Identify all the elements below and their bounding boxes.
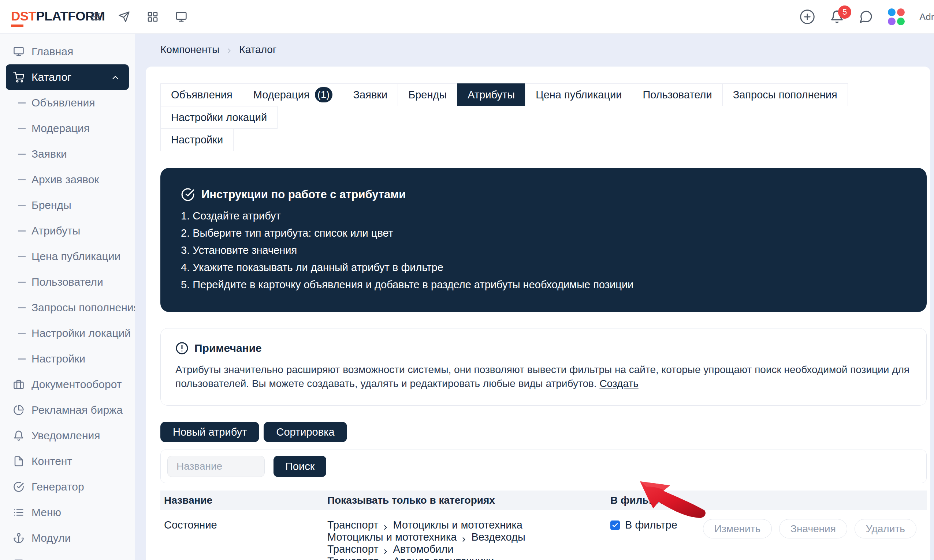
sidebar-item-label: Модули [31,532,71,544]
add-plus-icon[interactable] [799,9,815,25]
dash-icon [18,128,26,129]
check-circle-icon [13,482,24,492]
note-title-row: Примечание [175,342,912,355]
monitor-icon[interactable] [175,11,187,23]
instructions-title-row: Инструкции по работе с атрибутами [181,188,906,202]
tab-label: Цена публикации [536,89,622,101]
tab-label: Атрибуты [468,89,515,101]
sidebar-item-reklamnaya-birzha[interactable]: Рекламная биржа [0,397,135,423]
search-input[interactable] [167,456,265,477]
sidebar-item-zayavki[interactable]: Заявки [0,141,135,167]
search-panel: Поиск [161,449,927,483]
list-icon [13,507,24,518]
filter-cell: В фильтре Изменить Значения Удалить [610,519,927,560]
check-circle-icon [181,188,195,202]
chevron-right-icon [382,558,389,560]
sidebar-item-label: Рекламная биржа [31,404,123,416]
toolbar: Новый атрибут Сортировка [161,422,926,442]
tab-label: Запросы пополнения [733,89,837,101]
sidebar-item-dokumentooborot[interactable]: Документооборот [0,372,135,397]
sidebar-item-arhiv-zayavok[interactable]: Архив заявок [0,167,135,192]
sidebar-item-moduli[interactable]: Модули [0,525,135,551]
sidebar-item-uvedomleniya[interactable]: Уведомления [0,423,135,448]
sorting-button[interactable]: Сортировка [264,422,347,442]
anchor-icon [13,532,24,543]
in-filter-checkbox-wrap[interactable]: В фильтре [610,519,677,531]
notifications-count-badge: 5 [838,6,851,18]
breadcrumb-komponenty[interactable]: Компоненты [161,44,219,55]
category-path: ТранспортАвтомобили [327,543,610,555]
content-card: Объявления Модерация(1) Заявки Бренды Ат… [146,66,930,560]
avatar[interactable] [888,8,905,25]
hamburger-menu-icon[interactable] [90,11,102,23]
sidebar-item-label: Бренды [31,199,71,211]
sidebar-item-label: Главная [31,45,73,58]
logo-dst: DST [11,9,36,23]
user-label[interactable]: Admin [919,11,934,23]
sidebar-item-nastroyki[interactable]: Настройки [0,346,135,372]
sidebar-item-polzovateli[interactable]: Пользователи [0,269,135,295]
sidebar-item-obyavleniya[interactable]: Объявления [0,90,135,115]
sidebar-item-label: Документооборот [31,378,122,391]
new-attribute-button[interactable]: Новый атрибут [161,422,259,442]
tab-moderaciya[interactable]: Модерация(1) [243,83,343,106]
category-child: Автомобили [393,543,453,555]
bell-icon [13,430,24,441]
main-content: Компоненты Каталог Объявления Модерация(… [135,34,934,560]
tab-nastroyki[interactable]: Настройки [161,128,233,151]
category-child: Мотоциклы и мототехника [393,519,522,531]
tab-label: Заявки [353,89,388,101]
chevron-right-icon [382,546,389,553]
sidebar-item-generator[interactable]: Генератор [0,474,135,500]
edit-button[interactable]: Изменить [703,519,772,538]
notifications-bell-icon[interactable]: 5 [830,10,844,24]
tabs-row-1: Объявления Модерация(1) Заявки Бренды Ат… [161,83,927,129]
pie-chart-icon [13,405,24,415]
sidebar-item-cena-publikacii[interactable]: Цена публикации [0,244,135,269]
category-path: Мотоциклы и мототехникаВездеходы [327,531,610,543]
logo-underline [11,25,23,27]
in-filter-checkbox[interactable] [610,520,620,530]
sidebar-item-atributy[interactable]: Атрибуты [0,218,135,244]
sidebar-item-partial[interactable] [0,551,135,560]
sidebar-item-kontent[interactable]: Контент [0,448,135,474]
values-button[interactable]: Значения [779,519,847,538]
chat-icon[interactable] [858,9,873,24]
in-filter-label: В фильтре [625,519,677,531]
sidebar-item-glavnaya[interactable]: Главная [0,39,135,65]
tab-zayavki[interactable]: Заявки [343,83,398,106]
breadcrumb-katalog[interactable]: Каталог [239,44,276,55]
grid-apps-icon[interactable] [147,11,159,23]
tab-polzovateli[interactable]: Пользователи [632,83,722,106]
sidebar-item-moderaciya[interactable]: Модерация [0,115,135,141]
tab-brendy[interactable]: Бренды [398,83,457,106]
tab-nastroyki-lokaciy[interactable]: Настройки локаций [161,106,278,129]
sidebar-item-label: Заявки [31,148,67,160]
sidebar-item-label: Уведомления [31,429,100,442]
chevron-right-icon [460,534,468,541]
sidebar-item-katalog[interactable]: Каталог [6,65,129,90]
dash-icon [18,205,26,206]
sidebar-item-menyu[interactable]: Меню [0,500,135,525]
delete-button[interactable]: Удалить [855,519,916,538]
sidebar-item-nastroyki-lokaciy[interactable]: Настройки локаций [0,320,135,346]
sidebar-item-zaprosy-popolneniya[interactable]: Запросы пополнения [0,295,135,320]
send-icon[interactable] [118,11,130,23]
search-button[interactable]: Поиск [273,456,326,477]
sidebar-item-label: Меню [31,506,61,518]
tab-zaprosy-popolneniya[interactable]: Запросы пополнения [722,83,848,106]
instructions-steps: 1. Создайте атрибут 2. Выберите тип атри… [181,209,906,291]
sidebar-item-label: Настройки [31,352,85,365]
tab-atributy[interactable]: Атрибуты [457,83,525,106]
sidebar-item-label: Каталог [31,71,71,83]
tab-obyavleniya[interactable]: Объявления [161,83,243,106]
column-header-filter: В фильтре [610,494,927,506]
column-header-name: Название [164,494,327,506]
tab-cena-publikacii[interactable]: Цена публикации [525,83,632,106]
instruction-step: 2. Выберите тип атрибута: список или цве… [181,227,906,239]
category-parent: Транспорт [327,555,378,560]
create-link[interactable]: Создать [599,378,638,389]
sidebar-item-brendy[interactable]: Бренды [0,192,135,218]
attributes-table: Название Показывать только в категориях … [161,491,927,560]
dash-icon [18,256,26,257]
